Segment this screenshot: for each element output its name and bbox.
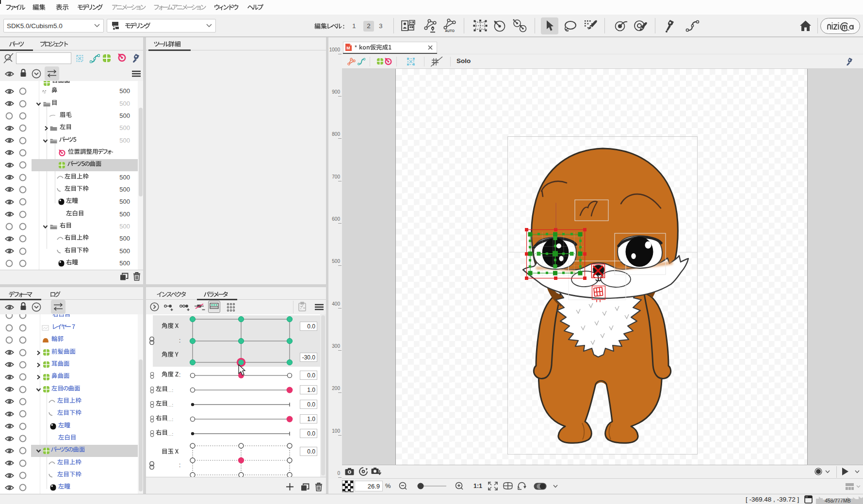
svg-text:M: M bbox=[346, 46, 350, 50]
svg-text:AUTO: AUTO bbox=[445, 29, 455, 33]
